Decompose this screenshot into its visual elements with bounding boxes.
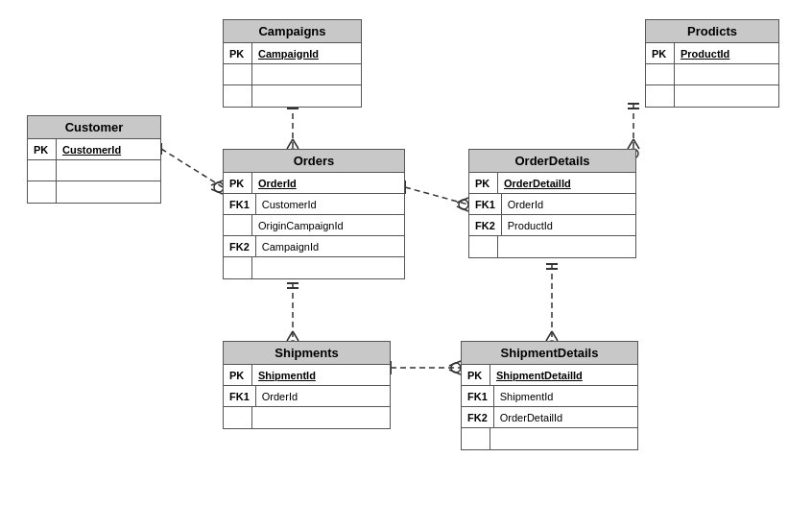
svg-line-0 <box>161 149 223 187</box>
svg-line-25 <box>287 331 293 341</box>
entity-orderdetails-field4 <box>498 236 510 257</box>
svg-line-11 <box>405 187 468 205</box>
entity-campaigns: Campaigns PK CampaignId <box>223 19 362 108</box>
svg-line-14 <box>457 206 468 211</box>
entity-shipments-field1: ShipmentId <box>252 365 322 385</box>
entity-shipmentdetails-row-3: FK2 OrderDetailId <box>462 407 637 428</box>
entity-shipments-pk3 <box>224 407 252 428</box>
entity-customer-pk3 <box>28 181 57 203</box>
entity-orderdetails-field3: ProductId <box>502 215 559 235</box>
entity-shipments-field2: OrderId <box>256 386 303 406</box>
entity-campaigns-pk2 <box>224 64 252 84</box>
svg-line-31 <box>449 370 461 374</box>
entity-customer-field3 <box>57 181 68 203</box>
svg-line-2 <box>211 181 223 185</box>
entity-orders-row-5 <box>224 257 404 278</box>
entity-shipmentdetails-pk4 <box>462 428 490 449</box>
entity-campaigns-pk1: PK <box>224 43 252 63</box>
entity-orders-field2: CustomerId <box>256 194 322 214</box>
entity-shipmentdetails-row-1: PK ShipmentDetailId <box>462 365 637 386</box>
entity-products-row-3 <box>646 85 778 107</box>
entity-orderdetails-pk1: PK <box>469 173 498 193</box>
entity-customer-field1: CustomerId <box>57 139 127 159</box>
entity-campaigns-field1: CampaignId <box>252 43 324 63</box>
entity-shipments-pk1: PK <box>224 365 252 385</box>
svg-line-9 <box>293 139 299 149</box>
entity-campaigns-field2 <box>252 64 264 84</box>
entity-campaigns-title: Campaigns <box>224 20 361 43</box>
entity-orders-title: Orders <box>224 150 404 173</box>
entity-shipmentdetails-field4 <box>490 428 502 449</box>
entity-orders-pk2: FK1 <box>224 194 256 214</box>
entity-products-pk3 <box>646 85 675 107</box>
entity-orderdetails-field1: OrderDetailId <box>498 173 577 193</box>
entity-shipments-row-3 <box>224 407 390 428</box>
entity-orders-field3: OriginCampaignId <box>252 215 349 235</box>
svg-point-32 <box>451 363 461 373</box>
svg-line-13 <box>457 198 468 203</box>
svg-line-3 <box>211 189 223 194</box>
svg-line-21 <box>633 139 639 149</box>
entity-shipmentdetails-field1: ShipmentDetailId <box>490 365 588 385</box>
svg-line-30 <box>449 361 461 366</box>
entity-customer-pk1: PK <box>28 139 57 159</box>
entity-customer: Customer PK CustomerId <box>27 115 161 204</box>
entity-shipmentdetails-row-2: FK1 ShipmentId <box>462 386 637 407</box>
entity-shipmentdetails-field3: OrderDetailId <box>494 407 568 427</box>
entity-orders-pk5 <box>224 257 252 278</box>
entity-orderdetails-field2: OrderId <box>502 194 549 214</box>
entity-shipments-field3 <box>252 407 264 428</box>
entity-shipments-row-1: PK ShipmentId <box>224 365 390 386</box>
svg-line-26 <box>293 331 299 341</box>
entity-orderdetails-pk3: FK2 <box>469 215 502 235</box>
entity-shipmentdetails-pk1: PK <box>462 365 490 385</box>
entity-orders-row-1: PK OrderId <box>224 173 404 194</box>
svg-line-8 <box>287 139 293 149</box>
entity-products-row-1: PK ProductId <box>646 43 778 64</box>
entity-orderdetails-title: OrderDetails <box>469 150 635 173</box>
entity-campaigns-field3 <box>252 85 264 107</box>
entity-shipmentdetails-row-4 <box>462 428 637 449</box>
entity-campaigns-row-2 <box>224 64 361 85</box>
entity-orderdetails-pk2: FK1 <box>469 194 502 214</box>
entity-customer-row-2 <box>28 160 160 181</box>
entity-orderdetails-row-1: PK OrderDetailId <box>469 173 635 194</box>
entity-orders-pk4: FK2 <box>224 236 256 256</box>
entity-shipments-title: Shipments <box>224 342 390 365</box>
entity-orderdetails-pk4 <box>469 236 498 257</box>
entity-products-row-2 <box>646 64 778 85</box>
svg-line-37 <box>552 331 558 341</box>
entity-customer-field2 <box>57 160 68 181</box>
svg-line-20 <box>628 139 633 149</box>
entity-shipmentdetails-pk2: FK1 <box>462 386 494 406</box>
entity-orders-row-3: OriginCampaignId <box>224 215 404 236</box>
entity-products-pk2 <box>646 64 675 84</box>
entity-shipments-row-2: FK1 OrderId <box>224 386 390 407</box>
diagram-container: Customer PK CustomerId Campaigns PK Camp… <box>0 0 812 506</box>
entity-shipmentdetails: ShipmentDetails PK ShipmentDetailId FK1 … <box>461 341 638 450</box>
entity-orders-pk1: PK <box>224 173 252 193</box>
entity-customer-row-1: PK CustomerId <box>28 139 160 160</box>
entity-products-field2 <box>675 64 686 84</box>
entity-customer-row-3 <box>28 181 160 203</box>
entity-shipments: Shipments PK ShipmentId FK1 OrderId <box>223 341 391 429</box>
entity-orders-field1: OrderId <box>252 173 302 193</box>
entity-shipmentdetails-pk3: FK2 <box>462 407 494 427</box>
entity-products-field3 <box>675 85 686 107</box>
entity-campaigns-row-1: PK CampaignId <box>224 43 361 64</box>
entity-orders-field5 <box>252 257 264 278</box>
entity-products-pk1: PK <box>646 43 675 63</box>
entity-shipmentdetails-title: ShipmentDetails <box>462 342 637 365</box>
entity-products-title: Prodicts <box>646 20 778 43</box>
entity-customer-pk2 <box>28 160 57 181</box>
entity-orders-pk3 <box>224 215 252 235</box>
entity-orderdetails: OrderDetails PK OrderDetailId FK1 OrderI… <box>468 149 636 258</box>
entity-orderdetails-row-3: FK2 ProductId <box>469 215 635 236</box>
entity-shipmentdetails-field2: ShipmentId <box>494 386 560 406</box>
entity-orderdetails-row-4 <box>469 236 635 257</box>
entity-campaigns-pk3 <box>224 85 252 107</box>
entity-campaigns-row-3 <box>224 85 361 107</box>
entity-customer-title: Customer <box>28 116 160 139</box>
entity-orders-field4: CampaignId <box>256 236 324 256</box>
entity-products-field1: ProductId <box>675 43 735 63</box>
